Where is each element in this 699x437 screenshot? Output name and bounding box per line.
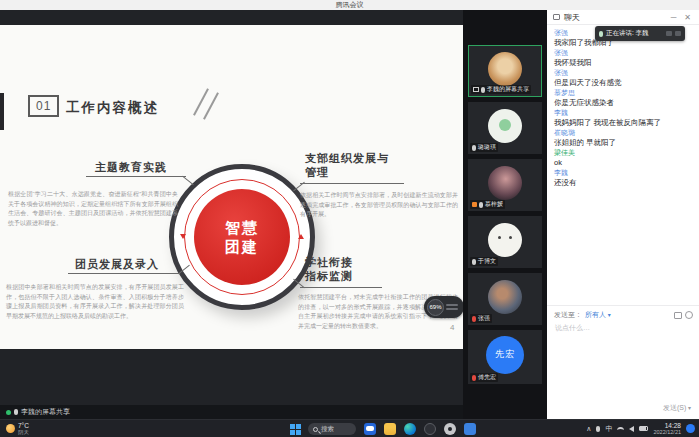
hub-label: 智慧团建: [225, 218, 259, 256]
chat-title: 聊天: [564, 12, 665, 23]
mic-icon: [599, 31, 603, 37]
mic-muted-icon: [472, 316, 476, 322]
hub-arrow-icon: [298, 234, 304, 239]
screen-share-indicator: 李魏的屏幕共享: [0, 405, 463, 419]
emoji-icon[interactable]: [685, 311, 693, 319]
mic-icon: [472, 145, 476, 151]
chat-message-item: 慕梦思 你是无症状感染者: [554, 88, 693, 107]
connector-line: [86, 176, 186, 177]
app-icon[interactable]: [464, 423, 476, 435]
tray-time: 14:28: [653, 422, 681, 429]
chat-text: 但是四天了没有感觉: [554, 78, 693, 88]
speaking-toast: 正在讲话: 李魏: [595, 26, 685, 41]
weather-widget[interactable]: 7°C 阴天: [6, 422, 29, 435]
send-to-dropdown[interactable]: 所有人: [585, 310, 611, 320]
taskbar: 7°C 阴天 搜索 ∧ 中 14:28 2022/12/21: [0, 419, 699, 437]
search-icon: [313, 427, 318, 432]
connector-line: [68, 273, 180, 274]
topic-title-1: 主题教育实践: [95, 160, 167, 175]
chat-bubble-icon: [553, 14, 560, 20]
avatar: [488, 166, 522, 200]
participant-name: 慕梓媛: [485, 200, 503, 209]
screenshot-icon[interactable]: [674, 312, 682, 319]
topic-body-2: 依据相关工作时间节点安排部署，及时创建新生流动支部并逐项完成审批工作，各支部管理…: [300, 191, 458, 220]
chat-message-item: 张强 但是四天了没有感觉: [554, 68, 693, 87]
participant-tile[interactable]: 璐璐琪: [468, 102, 542, 154]
app-icon[interactable]: [424, 423, 436, 435]
hub-arrow-icon: [180, 234, 186, 239]
weather-temp: 7°C: [18, 422, 29, 429]
volume-icon[interactable]: [666, 31, 672, 36]
chat-sender: 李魏: [554, 108, 693, 118]
close-icon[interactable]: ✕: [682, 13, 693, 22]
teams-chat-icon[interactable]: [364, 423, 376, 435]
participant-label: 于博文: [470, 257, 498, 266]
avatar: [488, 52, 522, 86]
participant-label: 傅先宏: [470, 373, 498, 382]
participant-tile[interactable]: 先宏 傅先宏: [468, 330, 542, 384]
system-tray: ∧ 中 14:28 2022/12/21: [586, 422, 695, 435]
more-icon[interactable]: [675, 31, 681, 36]
chat-text: ok: [554, 158, 693, 168]
chat-input[interactable]: 说点什么…: [555, 323, 590, 333]
weather-icon: [6, 424, 15, 433]
avatar: 先宏: [486, 336, 524, 374]
participant-tile[interactable]: 于博文: [468, 216, 542, 268]
chat-message-list[interactable]: 张强 我家阳了我都阳了 张强 我怀疑我阳 张强 但是四天了没有感觉 慕梦思 你是…: [554, 28, 693, 188]
mic-icon: [14, 409, 18, 415]
participant-tile[interactable]: 李魏的屏幕共享: [468, 45, 542, 97]
search-label: 搜索: [321, 425, 334, 434]
ime-indicator[interactable]: 中: [605, 424, 612, 434]
participant-tile[interactable]: 慕梓媛: [468, 159, 542, 211]
chat-sender: 张强: [554, 48, 693, 58]
taskbar-search[interactable]: 搜索: [308, 423, 356, 435]
participant-label: 李魏的屏幕共享: [471, 85, 531, 94]
avatar: [488, 223, 522, 257]
chat-text: 还没有: [554, 178, 693, 188]
wifi-icon[interactable]: [617, 427, 624, 431]
chat-message-item: 崔晓璐 张姐姐的 早就阳了: [554, 128, 693, 147]
chat-message-item: 李魏 我妈妈阳了 我现在被反向隔离了: [554, 108, 693, 127]
notification-badge[interactable]: [686, 424, 695, 433]
window-titlebar[interactable]: 腾讯会议: [0, 0, 699, 10]
participant-tile[interactable]: 张强: [468, 273, 542, 325]
minimize-icon[interactable]: ─: [669, 13, 679, 22]
connector-line: [300, 287, 382, 288]
section-number: 01: [28, 95, 59, 117]
participant-name: 张强: [478, 314, 490, 323]
topic-title-2: 支部组织发展与管理: [305, 151, 391, 179]
chat-sender: 梁佳美: [554, 148, 693, 158]
chat-sender: 慕梦思: [554, 88, 693, 98]
percent-value: 69%: [427, 299, 444, 316]
connector-line: [182, 176, 194, 185]
chat-sender: 李魏: [554, 168, 693, 178]
file-explorer-icon[interactable]: [384, 423, 396, 435]
chat-panel: 聊天 ─ ✕ 正在讲话: 李魏 张强 我家阳了我都阳了 张强 我怀疑我阳 张强 …: [547, 10, 699, 419]
battery-icon[interactable]: [639, 426, 648, 431]
participant-name: 傅先宏: [478, 373, 496, 382]
send-button[interactable]: 发送(S): [663, 403, 691, 413]
chat-sender: 崔晓璐: [554, 128, 693, 138]
percent-overlay[interactable]: 69%: [424, 296, 464, 318]
tray-mic-icon[interactable]: [596, 426, 600, 432]
clock[interactable]: 14:28 2022/12/21: [653, 422, 681, 435]
window-title: 腾讯会议: [336, 1, 364, 8]
chat-header: 聊天 ─ ✕: [547, 10, 699, 25]
weather-desc: 阴天: [18, 429, 29, 435]
topic-body-1: 根据全团“学习二十大、永远跟党走、奋进新征程”和共青团中央关于各项会议精神的知识…: [8, 190, 178, 228]
shared-screen-stage: 01 工作内容概述 智慧团建 主题教育实践 根据全团“学习二十大、永远跟党走、奋…: [0, 10, 463, 405]
topic-title-3: 团员发展及录入: [75, 257, 159, 272]
slide-left-accent: [0, 93, 4, 130]
settings-icon[interactable]: [444, 423, 456, 435]
edge-browser-icon[interactable]: [404, 423, 416, 435]
topic-title-4: 学社衔接指标监测: [305, 255, 355, 283]
chat-sender: 张强: [554, 68, 693, 78]
section-title: 工作内容概述: [66, 99, 159, 117]
mic-icon: [481, 87, 485, 93]
chat-text: 张姐姐的 早就阳了: [554, 138, 693, 148]
start-button[interactable]: [290, 424, 301, 435]
tray-expand-icon[interactable]: ∧: [586, 425, 591, 433]
decor-slash: [203, 92, 219, 119]
avatar: [488, 280, 522, 314]
volume-icon[interactable]: [629, 426, 634, 432]
